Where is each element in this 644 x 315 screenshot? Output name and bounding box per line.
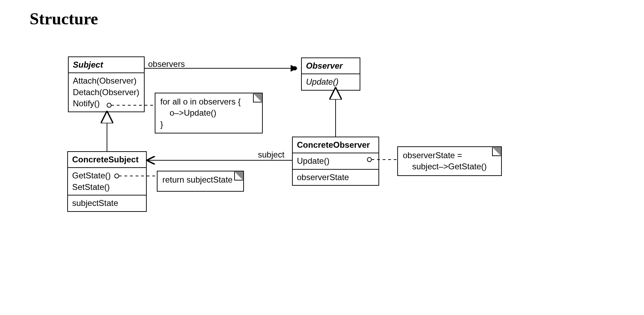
method-setstate: SetState() (72, 182, 142, 193)
attr-observerstate: observerState (297, 172, 374, 183)
note-getstate: return subjectState (157, 171, 244, 192)
note-notify-line-1: for all o in observers { (160, 96, 257, 107)
uml-diagram: Subject Attach(Observer) Detach(Observer… (0, 0, 644, 315)
attr-subjectstate: subjectState (72, 198, 142, 209)
class-concrete-observer-methods: Update() (293, 153, 378, 169)
class-subject: Subject Attach(Observer) Detach(Observer… (68, 56, 145, 112)
class-concrete-subject: ConcreteSubject GetState() SetState() su… (67, 151, 147, 212)
class-concrete-subject-methods: GetState() SetState() (68, 168, 146, 195)
class-concrete-observer: ConcreteObserver Update() observerState (292, 137, 379, 186)
class-concrete-observer-attributes: observerState (293, 170, 378, 185)
class-observer-name: Observer (302, 58, 360, 74)
class-observer: Observer Update() (301, 57, 360, 91)
class-concrete-subject-name: ConcreteSubject (68, 152, 146, 168)
note-notify-line-3: } (160, 119, 257, 130)
note-notify: for all o in observers { o–>Update() } (155, 93, 263, 133)
note-fold-icon (253, 93, 262, 102)
method-update: Update() (297, 155, 374, 167)
class-concrete-observer-name: ConcreteObserver (293, 137, 378, 153)
note-getstate-line-1: return subjectState (162, 174, 238, 185)
method-getstate: GetState() (72, 170, 142, 181)
assoc-label-subject: subject (258, 150, 284, 160)
class-observer-methods: Update() (302, 74, 360, 90)
assoc-many-ball-icon (293, 66, 297, 70)
method-notify: Notify() (73, 98, 140, 109)
assoc-label-observers: observers (148, 59, 185, 69)
note-notify-line-2: o–>Update() (160, 107, 257, 118)
note-fold-icon (234, 171, 243, 180)
class-subject-name: Subject (69, 57, 144, 73)
note-fold-icon (492, 147, 501, 156)
note-update: observerState = subject–>GetState() (397, 146, 502, 176)
class-subject-methods: Attach(Observer) Detach(Observer) Notify… (69, 73, 144, 111)
note-update-line-2: subject–>GetState() (403, 161, 496, 172)
class-concrete-subject-attributes: subjectState (68, 195, 146, 211)
method-update-abstract: Update() (306, 76, 355, 87)
method-attach: Attach(Observer) (73, 75, 140, 86)
note-update-line-1: observerState = (403, 150, 496, 161)
method-detach: Detach(Observer) (73, 87, 140, 98)
